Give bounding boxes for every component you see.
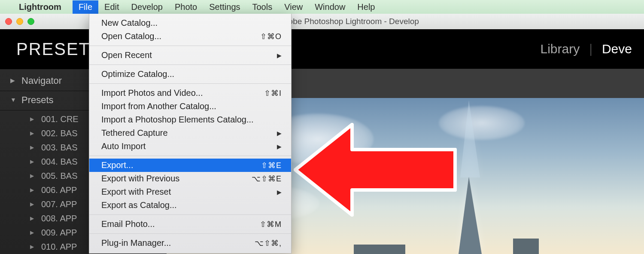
- menu-item-label: Import from Another Catalog...: [101, 101, 216, 111]
- file-menu-dropdown: New Catalog...Open Catalog...⇧⌘OOpen Rec…: [89, 14, 292, 254]
- menu-item-label: Export as Catalog...: [101, 200, 177, 210]
- menu-item-optimize-catalog[interactable]: Optimize Catalog...: [89, 67, 291, 81]
- menu-shortcut: ⇧⌘I: [264, 89, 282, 98]
- menu-edit[interactable]: Edit: [98, 0, 125, 14]
- menu-item-label: Optimize Catalog...: [101, 69, 174, 79]
- menu-window[interactable]: Window: [309, 0, 351, 14]
- macos-menubar: Lightroom FileEditDevelopPhotoSettingsTo…: [0, 0, 644, 14]
- menu-item-export[interactable]: Export...⇧⌘E: [89, 159, 291, 172]
- menu-item-plug-in-manager[interactable]: Plug-in Manager...⌥⇧⌘,: [89, 236, 291, 250]
- disclosure-triangle-icon: ▼: [10, 96, 16, 103]
- menu-shortcut: ⇧⌘E: [261, 161, 282, 170]
- zoom-window-button[interactable]: [27, 18, 34, 25]
- menu-shortcut: ⇧⌘M: [260, 220, 282, 229]
- menu-item-export-with-preset[interactable]: Export with Preset▶: [89, 185, 291, 199]
- building: [513, 239, 539, 254]
- menu-develop[interactable]: Develop: [125, 0, 169, 14]
- minimize-window-button[interactable]: [16, 18, 23, 25]
- menu-item-auto-import[interactable]: Auto Import▶: [89, 140, 291, 153]
- menu-shortcut: ⌥⇧⌘,: [255, 239, 282, 248]
- module-develop[interactable]: Deve: [602, 42, 632, 56]
- menubar-items: FileEditDevelopPhotoSettingsToolsViewWin…: [73, 0, 381, 14]
- menu-item-label: Email Photo...: [101, 219, 155, 229]
- menu-item-open-catalog[interactable]: Open Catalog...⇧⌘O: [89, 30, 291, 43]
- svg-marker-0: [295, 125, 455, 215]
- menu-item-label: Plug-in Manager...: [101, 238, 171, 248]
- close-window-button[interactable]: [5, 18, 12, 25]
- menu-item-label: Auto Import: [101, 141, 146, 151]
- submenu-arrow-icon: ▶: [277, 143, 282, 150]
- menu-help[interactable]: Help: [351, 0, 381, 14]
- module-picker: Library | Deve: [540, 42, 632, 56]
- panel-navigator-label: Navigator: [21, 75, 62, 86]
- menu-item-import-a-photoshop-elements-catalog[interactable]: Import a Photoshop Elements Catalog...: [89, 113, 291, 126]
- disclosure-triangle-icon: ▶: [30, 244, 34, 250]
- menu-photo[interactable]: Photo: [169, 0, 203, 14]
- disclosure-triangle-icon: ▶: [10, 77, 15, 84]
- disclosure-triangle-icon: ▶: [30, 144, 34, 150]
- disclosure-triangle-icon: ▶: [30, 130, 34, 136]
- menu-item-label: Import Photos and Video...: [101, 88, 203, 98]
- building: [354, 245, 405, 254]
- menu-item-import-photos-and-video[interactable]: Import Photos and Video...⇧⌘I: [89, 86, 291, 100]
- menu-item-open-recent[interactable]: Open Recent▶: [89, 49, 291, 62]
- disclosure-triangle-icon: ▶: [30, 187, 34, 193]
- submenu-arrow-icon: ▶: [277, 189, 282, 196]
- submenu-arrow-icon: ▶: [277, 130, 282, 137]
- module-separator: |: [589, 42, 592, 56]
- menu-item-label: Import a Photoshop Elements Catalog...: [101, 115, 254, 125]
- menu-view[interactable]: View: [278, 0, 309, 14]
- disclosure-triangle-icon: ▶: [30, 173, 34, 179]
- disclosure-triangle-icon: ▶: [30, 230, 34, 236]
- menu-item-email-photo[interactable]: Email Photo...⇧⌘M: [89, 217, 291, 231]
- disclosure-triangle-icon: ▶: [30, 201, 34, 207]
- menu-item-new-catalog[interactable]: New Catalog...: [89, 16, 291, 30]
- menu-item-label: Export with Previous: [101, 174, 179, 184]
- menu-item-label: New Catalog...: [101, 18, 158, 28]
- menu-item-label: Export...: [101, 160, 133, 170]
- menu-shortcut: ⇧⌘O: [260, 32, 282, 41]
- menu-item-label: Export with Preset: [101, 187, 171, 197]
- disclosure-triangle-icon: ▶: [30, 215, 34, 221]
- module-library[interactable]: Library: [540, 42, 580, 56]
- menu-tools[interactable]: Tools: [246, 0, 279, 14]
- menu-item-label: Tethered Capture: [101, 128, 168, 138]
- annotation-arrow-icon: [292, 120, 464, 219]
- menu-item-label: Open Recent: [101, 50, 152, 60]
- menubar-app-name[interactable]: Lightroom: [19, 2, 61, 12]
- menu-item-export-as-catalog[interactable]: Export as Catalog...: [89, 199, 291, 212]
- menu-shortcut: ⌥⇧⌘E: [252, 174, 282, 184]
- menu-item-export-with-previous[interactable]: Export with Previous⌥⇧⌘E: [89, 172, 291, 185]
- menu-item-label: Open Catalog...: [101, 31, 161, 41]
- panel-presets-label: Presets: [21, 95, 54, 105]
- submenu-arrow-icon: ▶: [277, 52, 282, 59]
- menu-settings[interactable]: Settings: [203, 0, 246, 14]
- disclosure-triangle-icon: ▶: [30, 159, 34, 165]
- traffic-lights: [5, 18, 34, 25]
- menu-item-import-from-another-catalog[interactable]: Import from Another Catalog...: [89, 100, 291, 113]
- menu-item-tethered-capture[interactable]: Tethered Capture▶: [89, 126, 291, 140]
- menu-file[interactable]: File: [73, 0, 98, 14]
- disclosure-triangle-icon: ▶: [30, 116, 34, 122]
